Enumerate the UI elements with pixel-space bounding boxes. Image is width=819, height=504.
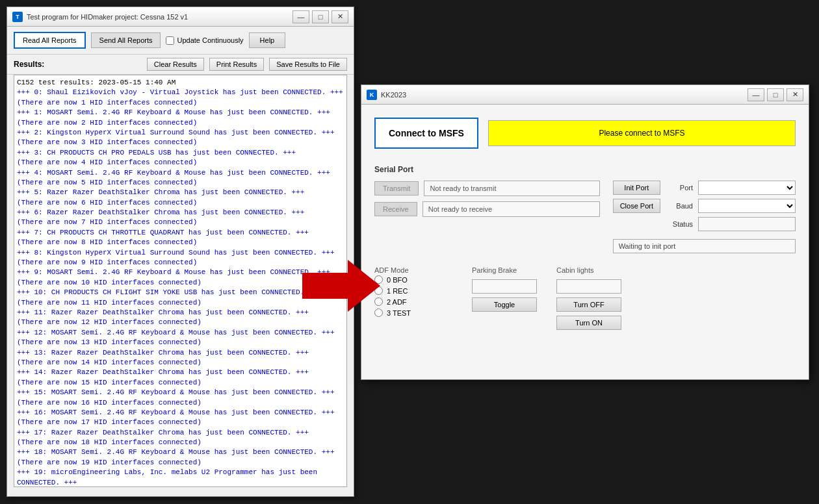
port-row: Port: [670, 181, 796, 195]
serial-right: Init Port Close Port Port Baud: [613, 181, 796, 253]
msfs-status: Please connect to MSFS: [488, 120, 796, 146]
read-all-reports-button[interactable]: Read All Reports: [14, 32, 86, 49]
toggle-button[interactable]: Toggle: [472, 297, 537, 312]
list-item: (There are now 11 HID interfaces connect…: [17, 298, 344, 308]
list-item: +++ 10: CH PRODUCTS CH FLIGHT SIM YOKE U…: [17, 288, 344, 297]
save-results-button[interactable]: Save Results to File: [269, 58, 347, 71]
adf-option-2[interactable]: 2 ADF: [374, 297, 452, 306]
list-item: (There are now 8 HID interfaces connecte…: [17, 238, 344, 247]
svg-marker-0: [302, 260, 380, 312]
title-bar-controls: — □ ✕: [292, 10, 348, 23]
close-button[interactable]: ✕: [332, 10, 348, 23]
connect-section: Connect to MSFS Please connect to MSFS: [374, 118, 796, 149]
parking-section: Parking Brake Toggle: [472, 266, 537, 330]
port-controls: Port Baud Status: [670, 181, 796, 231]
transmit-button: Transmit: [374, 181, 419, 195]
results-label: Results:: [14, 60, 44, 69]
update-continuously-label[interactable]: Update Continuously: [166, 36, 243, 45]
list-item: +++ 5: Razer Razer DeathStalker Chroma h…: [17, 188, 344, 197]
init-port-button[interactable]: Init Port: [613, 181, 660, 195]
connect-msfs-button[interactable]: Connect to MSFS: [374, 118, 478, 149]
close-port-button[interactable]: Close Port: [613, 199, 660, 213]
adf-radio-group: 0 BFO 1 REC 2 ADF 3 TEST: [374, 275, 452, 317]
list-item: +++ 7: CH PRODUCTS CH THROTTLE QUADRANT …: [17, 228, 344, 238]
list-item: (There are now 2 HID interfaces connecte…: [17, 118, 344, 128]
second-title-bar: K KK2023 — □ ✕: [361, 85, 809, 105]
adf-section: ADF Mode 0 BFO 1 REC 2 ADF: [374, 266, 452, 330]
list-item: (There are now 15 HID interfaces connect…: [17, 378, 344, 388]
list-item: (There are now 3 HID interfaces connecte…: [17, 138, 344, 147]
main-title-bar: T Test program for HIDmaker project: Ces…: [7, 7, 354, 27]
list-item: (There are now 5 HID interfaces connecte…: [17, 178, 344, 188]
cabin-lights-label: Cabin lights: [556, 266, 621, 274]
transmit-status-input: [424, 181, 599, 196]
second-content: Connect to MSFS Please connect to MSFS S…: [361, 105, 809, 343]
clear-results-button[interactable]: Clear Results: [147, 58, 204, 71]
second-maximize-button[interactable]: □: [767, 88, 784, 101]
adf-option-0[interactable]: 0 BFO: [374, 275, 452, 284]
arrow-container: [302, 260, 380, 325]
baud-label-text: Baud: [670, 202, 693, 210]
list-item: (There are now 12 HID interfaces connect…: [17, 318, 344, 327]
title-bar-left: T Test program for HIDmaker project: Ces…: [12, 12, 188, 22]
list-item: +++ 17: Razer Razer DeathStalker Chroma …: [17, 428, 344, 438]
help-button[interactable]: Help: [249, 32, 286, 48]
list-item: (There are now 16 HID interfaces connect…: [17, 398, 344, 408]
second-title-bar-controls: — □ ✕: [748, 88, 803, 101]
list-item: (There are now 4 HID interfaces connecte…: [17, 158, 344, 168]
list-item: +++ 6: Razer Razer DeathStalker Chroma h…: [17, 208, 344, 218]
adf-option-1[interactable]: 1 REC: [374, 286, 452, 295]
list-item: +++ 16: MOSART Semi. 2.4G RF Keyboard & …: [17, 408, 344, 418]
turn-on-button[interactable]: Turn ON: [556, 316, 621, 330]
list-item: (There are now 19 HID interfaces connect…: [17, 458, 344, 468]
list-item: +++ 3: CH PRODUCTS CH PRO PEDALS USB has…: [17, 148, 344, 158]
main-window: T Test program for HIDmaker project: Ces…: [6, 6, 354, 497]
minimize-button[interactable]: —: [292, 10, 309, 23]
receive-row: Receive: [374, 201, 600, 217]
maximize-button[interactable]: □: [312, 10, 329, 23]
list-item: +++ 18: MOSART Semi. 2.4G RF Keyboard & …: [17, 447, 344, 457]
cabin-section: Cabin lights Turn OFF Turn ON: [556, 266, 621, 330]
list-item: (There are now 10 HID interfaces connect…: [17, 278, 344, 288]
second-app-icon: K: [367, 90, 377, 100]
list-item: +++ 12: MOSART Semi. 2.4G RF Keyboard & …: [17, 328, 344, 338]
port-select[interactable]: [698, 181, 796, 195]
serial-right-top: Init Port Close Port Port Baud: [613, 181, 796, 231]
arrow-icon: [302, 260, 380, 312]
list-item: +++ 9: MOSART Semi. 2.4G RF Keyboard & M…: [17, 268, 344, 277]
adf-label-3: 3 TEST: [387, 309, 411, 317]
list-item: +++ 19: microEngineering Labs, Inc. mela…: [17, 468, 344, 487]
second-minimize-button[interactable]: —: [748, 88, 764, 101]
status-label-text: Status: [670, 220, 693, 228]
second-close-button[interactable]: ✕: [786, 88, 803, 101]
port-label-text: Port: [670, 184, 693, 192]
transmit-row: Transmit: [374, 181, 600, 196]
send-all-reports-button[interactable]: Send All Reports: [91, 32, 161, 48]
second-window: K KK2023 — □ ✕ Connect to MSFS Please co…: [361, 84, 809, 380]
update-continuously-checkbox[interactable]: [166, 36, 174, 45]
baud-select[interactable]: [698, 199, 796, 213]
serial-main: Transmit Receive Init Port Close Port: [374, 181, 796, 253]
update-continuously-text: Update Continuously: [177, 36, 243, 44]
list-item: (There are now 7 HID interfaces connecte…: [17, 218, 344, 227]
parking-brake-label: Parking Brake: [472, 266, 537, 274]
list-item: +++ 1: MOSART Semi. 2.4G RF Keyboard & M…: [17, 108, 344, 118]
list-item: +++ 2: Kingston HyperX Virtual Surround …: [17, 128, 344, 138]
list-item: +++ 4: MOSART Semi. 2.4G RF Keyboard & M…: [17, 168, 344, 178]
adf-label-2: 2 ADF: [387, 298, 407, 306]
turn-off-button[interactable]: Turn OFF: [556, 297, 621, 312]
print-results-button[interactable]: Print Results: [209, 58, 264, 71]
main-window-title: Test program for HIDmaker project: Cessn…: [27, 13, 188, 21]
serial-port-label: Serial Port: [374, 165, 796, 174]
results-bar: Results: Clear Results Print Results Sav…: [7, 55, 354, 75]
list-item: (There are now 13 HID interfaces connect…: [17, 338, 344, 347]
adf-option-3[interactable]: 3 TEST: [374, 309, 452, 317]
list-item: +++ 0: Shaul Eizikovich vJoy - Virtual J…: [17, 88, 344, 97]
list-item: C152 test results: 2023-05-15 1:40 AM: [17, 78, 344, 88]
results-scroll[interactable]: C152 test results: 2023-05-15 1:40 AM+++…: [14, 75, 347, 487]
bottom-section: ADF Mode 0 BFO 1 REC 2 ADF: [374, 266, 796, 330]
adf-label-1: 1 REC: [387, 287, 408, 295]
parking-brake-input: [472, 279, 537, 294]
receive-status-input: [422, 201, 600, 217]
list-item: (There are now 17 HID interfaces connect…: [17, 418, 344, 427]
